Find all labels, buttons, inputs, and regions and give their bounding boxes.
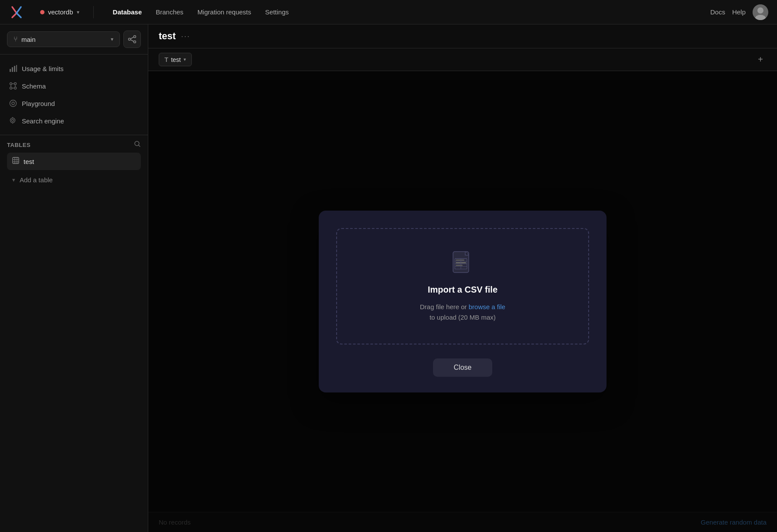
- schema-icon: [9, 82, 17, 90]
- table-name: test: [24, 158, 34, 165]
- title-options-icon[interactable]: ···: [181, 32, 190, 41]
- branch-icon: ⑂: [14, 35, 18, 43]
- table-area: Import a CSV file Drag file here or brow…: [148, 71, 777, 532]
- type-selector[interactable]: T test ▾: [159, 53, 192, 66]
- sidebar-item-playground[interactable]: Playground: [3, 95, 144, 112]
- sidebar-nav: Usage & limits Schema: [0, 55, 148, 135]
- svg-point-5: [134, 41, 136, 43]
- table-item-test[interactable]: test: [7, 153, 141, 170]
- sidebar-item-usage[interactable]: Usage & limits: [3, 60, 144, 77]
- modal-overlay: Import a CSV file Drag file here or brow…: [148, 71, 777, 532]
- svg-rect-11: [16, 65, 17, 72]
- svg-rect-28: [13, 157, 19, 164]
- svg-point-20: [10, 100, 17, 107]
- help-link[interactable]: Help: [732, 8, 746, 16]
- usage-icon: [9, 64, 17, 73]
- page-title: test: [159, 31, 176, 42]
- modal-subtitle-text-before: Drag file here or: [420, 303, 469, 310]
- browse-file-link[interactable]: browse a file: [469, 303, 505, 310]
- main-content: test ··· T test ▾ +: [148, 24, 777, 532]
- branch-selector-button[interactable]: ⑂ main ▾: [7, 31, 120, 47]
- table-grid-icon: [12, 157, 19, 166]
- import-csv-modal: Import a CSV file Drag file here or brow…: [319, 211, 607, 392]
- branch-selector-area: ⑂ main ▾: [0, 24, 148, 55]
- db-status-dot: [40, 10, 44, 14]
- topnav: vectordb ▾ Database Branches Migration r…: [0, 0, 777, 24]
- topnav-link-branches[interactable]: Branches: [150, 6, 188, 18]
- sidebar-item-label-playground: Playground: [22, 100, 55, 107]
- docs-link[interactable]: Docs: [710, 8, 725, 16]
- csv-file-icon: [449, 250, 477, 278]
- branch-name: main: [21, 36, 36, 43]
- topnav-links: Database Branches Migration requests Set…: [108, 6, 294, 18]
- topnav-divider: [93, 6, 94, 18]
- topnav-link-settings[interactable]: Settings: [260, 6, 294, 18]
- sidebar-item-label-search-engine: Search engine: [22, 117, 64, 125]
- svg-rect-36: [456, 259, 464, 261]
- svg-line-6: [131, 37, 134, 39]
- type-chevron-icon: ▾: [184, 57, 186, 62]
- modal-title: Import a CSV file: [428, 285, 498, 295]
- svg-rect-9: [12, 67, 13, 72]
- svg-point-14: [10, 87, 12, 89]
- svg-line-27: [139, 145, 140, 147]
- sidebar: ⑂ main ▾: [0, 24, 148, 532]
- close-modal-button[interactable]: Close: [433, 358, 493, 377]
- add-table-label: Add a table: [20, 176, 53, 184]
- svg-point-15: [14, 87, 17, 89]
- main-header: test ···: [148, 24, 777, 48]
- network-button[interactable]: [123, 31, 141, 48]
- tables-title: Tables: [7, 142, 31, 148]
- topnav-right: Docs Help: [710, 4, 768, 20]
- modal-subtitle: Drag file here or browse a file to uploa…: [420, 302, 505, 323]
- toolbar: T test ▾ +: [148, 48, 777, 71]
- logo[interactable]: [9, 4, 24, 20]
- add-column-button[interactable]: +: [754, 53, 767, 66]
- type-text-icon: T: [164, 56, 168, 63]
- search-engine-icon: [9, 116, 17, 125]
- branch-chevron-icon: ▾: [111, 36, 113, 42]
- svg-point-1: [757, 7, 763, 14]
- playground-icon: [9, 99, 17, 108]
- svg-point-21: [12, 102, 14, 105]
- topnav-link-database[interactable]: Database: [108, 6, 147, 18]
- svg-point-3: [129, 38, 131, 41]
- svg-point-13: [14, 83, 17, 85]
- svg-rect-8: [10, 69, 11, 72]
- sidebar-item-label-schema: Schema: [22, 82, 46, 90]
- add-table-button[interactable]: ▾ Add a table: [7, 172, 141, 188]
- csv-drop-zone[interactable]: Import a CSV file Drag file here or brow…: [336, 228, 589, 344]
- tables-search-icon[interactable]: [134, 140, 141, 149]
- modal-subtitle-text-after: to upload (20 MB max): [429, 314, 496, 321]
- svg-rect-10: [14, 66, 15, 72]
- sidebar-item-schema[interactable]: Schema: [3, 77, 144, 95]
- tables-section: Tables: [0, 135, 148, 191]
- sidebar-item-label-usage: Usage & limits: [22, 65, 64, 72]
- layout: ⑂ main ▾: [0, 24, 777, 532]
- type-label: test: [171, 56, 181, 63]
- db-chevron-icon: ▾: [77, 9, 79, 15]
- svg-point-22: [10, 118, 15, 123]
- db-name: vectordb: [48, 8, 73, 16]
- sidebar-item-search-engine[interactable]: Search engine: [3, 112, 144, 130]
- add-table-chevron-icon: ▾: [12, 177, 15, 183]
- tables-header: Tables: [7, 140, 141, 149]
- svg-point-23: [12, 119, 14, 122]
- svg-line-7: [131, 40, 134, 41]
- svg-rect-35: [456, 265, 463, 266]
- topnav-link-migration[interactable]: Migration requests: [192, 6, 256, 18]
- svg-point-12: [10, 83, 12, 85]
- user-avatar[interactable]: [753, 4, 768, 20]
- db-selector[interactable]: vectordb ▾: [40, 8, 79, 16]
- svg-point-4: [134, 36, 136, 38]
